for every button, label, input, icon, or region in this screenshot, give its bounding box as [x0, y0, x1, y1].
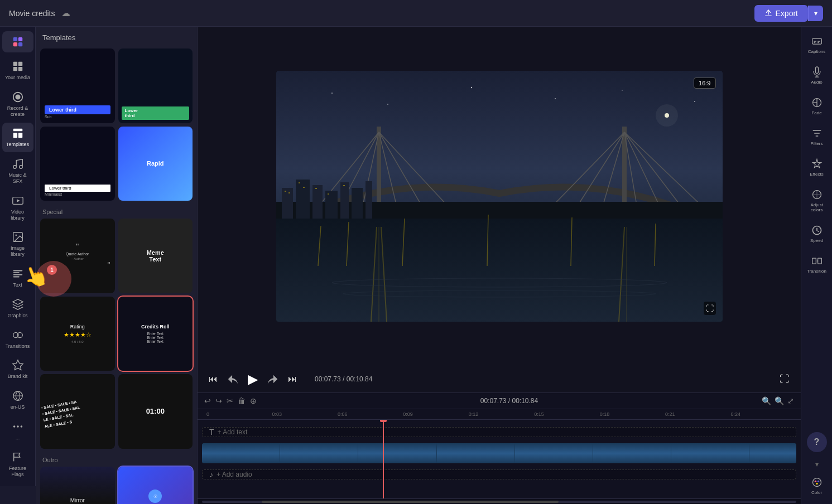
- sidebar-label-en-us: en-US: [11, 404, 25, 410]
- template-card-mirror[interactable]: Mirror Intro: [40, 467, 115, 505]
- sidebar-label-your-media: Your media: [5, 75, 30, 81]
- right-panel-audio[interactable]: Audio: [804, 62, 830, 89]
- help-button[interactable]: ?: [807, 432, 827, 452]
- template-card-funky[interactable]: ☉ Funky Intro: [118, 467, 193, 505]
- redo-button[interactable]: ↪: [215, 396, 222, 405]
- right-panel-effects[interactable]: Effects: [804, 154, 830, 181]
- svg-point-16: [15, 235, 17, 236]
- template-card-lower-third-1[interactable]: Lower third Sub: [40, 49, 115, 123]
- right-panel-captions[interactable]: Captions: [804, 31, 830, 59]
- template-card-rapid[interactable]: Rapid: [118, 127, 193, 201]
- template-card-timer[interactable]: 01:00: [118, 374, 193, 449]
- sidebar-item-transitions[interactable]: Transitions: [2, 324, 33, 354]
- svg-point-97: [814, 481, 816, 482]
- video-timestamp: 00:07.73 / 00:10.84: [315, 375, 372, 383]
- ticker-timer-section: • SALE • SALE • SA• SALE • SALE • SALLE …: [40, 374, 193, 449]
- svg-rect-1: [18, 37, 22, 41]
- skip-to-end-button[interactable]: ⏭: [288, 374, 297, 384]
- svg-point-28: [387, 104, 388, 105]
- svg-point-30: [555, 98, 556, 99]
- sidebar-label-more: ...: [16, 435, 20, 441]
- svg-rect-63: [282, 188, 293, 219]
- sidebar-item-more[interactable]: ...: [2, 416, 33, 445]
- zoom-out-button[interactable]: 🔍: [762, 396, 771, 405]
- svg-point-98: [817, 481, 819, 482]
- template-card-quote-author[interactable]: " Quote Author – Author ": [40, 219, 115, 293]
- scrollbar-thumb[interactable]: [262, 501, 559, 503]
- svg-point-21: [17, 425, 19, 428]
- timeline-toolbar: ↩ ↪ ✂ 🗑 ⊕ 00:07.73 / 00:10.84 🔍 🔍 ⤢: [198, 393, 801, 409]
- forward-5s-button[interactable]: [267, 373, 279, 385]
- right-panel-fade[interactable]: Fade: [804, 93, 830, 120]
- right-panel-transition[interactable]: Transition: [804, 251, 830, 278]
- svg-rect-4: [13, 62, 17, 66]
- timeline-timestamp: 00:07.73 / 00:10.84: [261, 397, 757, 405]
- sidebar-item-feature-flags[interactable]: Feature Flags: [2, 447, 33, 482]
- outro-section: Mirror Intro ☉ Funky Intro: [40, 467, 193, 505]
- templates-panel-content: Lower third Sub Lowerthird Lower third M…: [36, 46, 197, 504]
- right-panel-adjust-colors[interactable]: Adjust colors: [804, 185, 830, 217]
- expand-preview-button[interactable]: ⛶: [780, 374, 790, 385]
- right-panel-filters[interactable]: Filters: [804, 123, 830, 151]
- add-text-button[interactable]: T + Add text: [202, 427, 796, 437]
- right-panel-color[interactable]: Color: [804, 472, 830, 500]
- special-section-2: Rating ★★★★☆ 4.0 / 5.0 Credits Roll Ente…: [40, 297, 193, 371]
- template-card-lower-third-2[interactable]: Lowerthird: [118, 49, 193, 123]
- delete-button[interactable]: 🗑: [238, 396, 246, 405]
- sidebar-item-music-sfx[interactable]: Music & SFX: [2, 153, 33, 189]
- right-panel-speed[interactable]: Speed: [804, 220, 830, 248]
- play-pause-button[interactable]: ▶: [248, 371, 258, 387]
- video-controls: ⏮ ▶ ⏭ 00:07.73 / 00:10.84 ⛶: [198, 366, 801, 392]
- svg-rect-76: [343, 185, 345, 186]
- app-logo[interactable]: [2, 31, 33, 52]
- template-card-ticker[interactable]: • SALE • SALE • SA• SALE • SALE • SALLE …: [40, 374, 115, 449]
- sidebar-label-feature-flags: Feature Flags: [4, 466, 31, 478]
- sidebar-item-graphics[interactable]: Graphics: [2, 294, 33, 323]
- undo-button[interactable]: ↩: [204, 396, 211, 405]
- svg-point-99: [816, 483, 817, 484]
- cut-button[interactable]: ✂: [227, 396, 233, 405]
- timeline-tracks: T + Add text: [198, 420, 801, 498]
- sidebar-item-templates[interactable]: Templates: [2, 123, 33, 152]
- video-track[interactable]: [202, 443, 796, 463]
- sidebar-item-brand-kit[interactable]: Brand kit: [2, 355, 33, 384]
- fullscreen-button[interactable]: ⛶: [704, 302, 716, 315]
- svg-rect-67: [340, 182, 349, 219]
- duplicate-button[interactable]: ⊕: [250, 396, 257, 405]
- template-card-lower-third-minimalist[interactable]: Lower third Minimalist: [40, 127, 115, 201]
- zoom-in-button[interactable]: 🔍: [775, 396, 784, 405]
- fit-timeline-button[interactable]: ⤢: [787, 396, 794, 405]
- svg-rect-5: [18, 62, 22, 66]
- export-dropdown[interactable]: ▾: [808, 6, 823, 21]
- template-card-rating[interactable]: Rating ★★★★☆ 4.0 / 5.0: [40, 297, 115, 371]
- aspect-ratio-badge[interactable]: 16:9: [694, 77, 715, 89]
- video-canvas: 16:9 ⛶: [276, 71, 723, 322]
- sidebar-label-templates: Templates: [6, 142, 29, 148]
- add-audio-button[interactable]: ♪ + Add audio: [202, 469, 796, 479]
- template-card-meme-text[interactable]: Meme Text: [118, 219, 193, 293]
- lt3-title: Lower third: [45, 185, 110, 192]
- skip-to-start-button[interactable]: ⏮: [209, 374, 218, 384]
- export-button[interactable]: Export: [754, 5, 808, 22]
- sidebar-item-text[interactable]: Text: [2, 263, 33, 293]
- svg-point-8: [15, 94, 20, 99]
- sidebar-label-record: Record & create: [4, 105, 31, 118]
- sidebar-label-video: Video library: [4, 209, 31, 221]
- svg-rect-69: [365, 181, 372, 219]
- sidebar-item-image-library[interactable]: Image library: [2, 226, 33, 262]
- sidebar-item-your-media[interactable]: Your media: [2, 56, 33, 85]
- svg-point-27: [331, 93, 333, 94]
- timeline-ruler: 0 0:03 0:06 0:09 0:12 0:15 0:18 0:21 0:2…: [198, 409, 801, 420]
- svg-rect-66: [325, 191, 338, 219]
- sidebar-item-video-library[interactable]: Video library: [2, 190, 33, 226]
- svg-rect-71: [288, 192, 290, 193]
- outro-section-label: Outro: [40, 452, 193, 467]
- timeline-scrollbar[interactable]: [198, 498, 801, 504]
- right-panel-collapse[interactable]: ▾: [815, 461, 819, 468]
- cloud-icon: ☁: [61, 8, 70, 18]
- sidebar-label-music: Music & SFX: [4, 172, 31, 185]
- sidebar-item-record-create[interactable]: Record & create: [2, 86, 33, 122]
- sidebar-item-en-us[interactable]: en-US: [2, 385, 33, 415]
- rewind-5s-button[interactable]: [227, 373, 239, 385]
- template-card-credits-roll[interactable]: Credits Roll Enter Text Enter Text Enter…: [118, 297, 193, 371]
